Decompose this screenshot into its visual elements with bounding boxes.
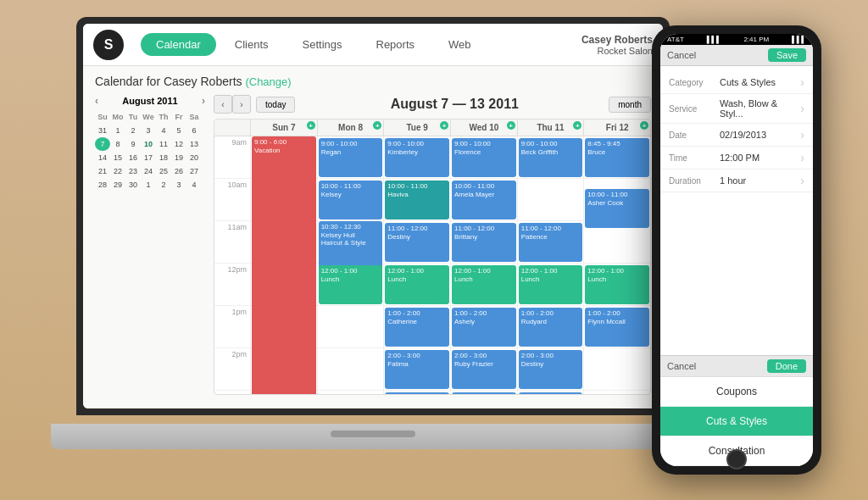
mini-day[interactable]: 16: [125, 151, 141, 164]
event-lunch-wed[interactable]: 12:00 - 1:00Lunch: [452, 265, 516, 304]
event-amela[interactable]: 10:00 - 11:00Amela Mayer: [452, 181, 516, 219]
event-kelsey[interactable]: 10:00 - 11:00Kelsey: [319, 181, 383, 219]
phone-device: AT&T ▌▌▌ 2:41 PM ▌▌▌ Cancel Save Categor…: [652, 25, 821, 475]
cal-prev-btn[interactable]: ‹: [214, 95, 232, 114]
mini-day[interactable]: 3: [141, 124, 156, 137]
mini-day[interactable]: 2: [125, 124, 141, 137]
time-9am: 9am: [214, 136, 250, 179]
phone-form-row-category: Category Cuts & Styles ›: [660, 71, 813, 94]
mini-day[interactable]: 31: [95, 124, 110, 137]
add-event-mon[interactable]: +: [373, 121, 381, 130]
day-col-thu: Thu 11 +: [517, 119, 584, 136]
event-catherine[interactable]: 1:00 - 2:00Catherine: [385, 308, 449, 347]
mini-day[interactable]: 1: [141, 178, 156, 192]
event-fatima[interactable]: 2:00 - 3:00Fatima: [385, 350, 449, 389]
mini-day[interactable]: 29: [110, 178, 125, 192]
phone-done-button[interactable]: Done: [767, 359, 806, 373]
today-button[interactable]: today: [256, 97, 295, 113]
event-destiny-tue[interactable]: 11:00 - 12:00Destiny: [385, 223, 449, 262]
mini-day[interactable]: 24: [141, 164, 156, 178]
mini-day[interactable]: 15: [110, 151, 125, 164]
mini-day[interactable]: 17: [141, 151, 156, 164]
mini-day[interactable]: 6: [186, 124, 202, 137]
phone-list-item-coupons[interactable]: Coupons: [660, 377, 813, 407]
event-ashely[interactable]: 1:00 - 2:00Ashely: [452, 308, 516, 347]
event-haviva[interactable]: 10:00 - 11:00Haviva: [385, 181, 449, 219]
event-brittany[interactable]: 11:00 - 12:00Brittany: [452, 223, 516, 262]
salon-name: Rocket Salon: [581, 46, 653, 56]
add-event-sun[interactable]: +: [307, 121, 315, 130]
add-event-thu[interactable]: +: [573, 121, 581, 130]
mini-cal-grid: SuMoTuWeThFrSa 31123456 78910111213 1415…: [95, 110, 205, 192]
tab-web[interactable]: Web: [433, 33, 487, 56]
mini-day[interactable]: 11: [156, 137, 171, 151]
phone-time: 2:41 PM: [743, 36, 769, 43]
phone-list-item-cuts[interactable]: Cuts & Styles: [660, 407, 813, 436]
tab-settings[interactable]: Settings: [287, 33, 358, 56]
mini-day[interactable]: 19: [171, 151, 186, 164]
event-donna[interactable]: 3:00 - 4:00Donna Bray: [385, 392, 449, 394]
mini-cal-month: August 2011: [122, 96, 177, 106]
mini-cal-next[interactable]: ›: [202, 95, 205, 107]
mini-day[interactable]: 21: [95, 164, 110, 178]
event-lunch-fri[interactable]: 12:00 - 1:00Lunch: [585, 265, 649, 304]
add-event-wed[interactable]: +: [507, 121, 515, 130]
event-bruce[interactable]: 8:45 - 9:45Bruce: [585, 138, 649, 177]
event-florence[interactable]: 9:00 - 10:00Florence: [452, 138, 516, 177]
event-regan[interactable]: 9:00 - 10:00Regan: [319, 138, 383, 177]
mini-day[interactable]: 8: [110, 137, 125, 151]
laptop-screen-border: S Calendar Clients Settings Reports Web …: [76, 17, 670, 415]
mini-day[interactable]: 18: [156, 151, 171, 164]
event-kimberley[interactable]: 9:00 - 10:00Kimberley: [385, 138, 449, 177]
mini-day[interactable]: 30: [125, 178, 141, 192]
mini-day[interactable]: 14: [95, 151, 110, 164]
phone-save-button[interactable]: Save: [768, 48, 806, 62]
mini-day[interactable]: 28: [95, 178, 110, 192]
phone-cancel2-button[interactable]: Cancel: [667, 361, 696, 371]
mini-day-today[interactable]: 7: [95, 137, 110, 151]
event-beck[interactable]: 9:00 - 10:00Beck Griffith: [519, 138, 583, 177]
event-patience[interactable]: 11:00 - 12:00Patience: [519, 223, 583, 262]
add-event-tue[interactable]: +: [440, 121, 448, 130]
phone-cancel-button[interactable]: Cancel: [667, 50, 696, 60]
tab-calendar[interactable]: Calendar: [141, 33, 216, 56]
mini-day[interactable]: 25: [156, 164, 171, 178]
event-flynn[interactable]: 1:00 - 2:00Flynn Mccall: [585, 308, 649, 347]
mini-day[interactable]: 1: [110, 124, 125, 137]
event-destiny-thu[interactable]: 2:00 - 3:00Destiny: [519, 350, 583, 389]
mini-day[interactable]: 9: [125, 137, 141, 151]
event-vacation[interactable]: 9:00 - 6:00Vacation: [252, 136, 316, 394]
change-link[interactable]: (Change): [245, 75, 291, 88]
phone-home-button[interactable]: [726, 449, 747, 469]
tab-reports[interactable]: Reports: [361, 33, 431, 56]
app-header: S Calendar Clients Settings Reports Web …: [83, 24, 663, 66]
event-ruby[interactable]: 2:00 - 3:00Ruby Frazier: [452, 350, 516, 389]
mini-day[interactable]: 3: [171, 178, 186, 192]
mini-day[interactable]: 12: [171, 137, 186, 151]
mini-cal-prev[interactable]: ‹: [95, 95, 98, 107]
mini-day[interactable]: 13: [186, 137, 202, 151]
event-lunch-tue[interactable]: 12:00 - 1:00Lunch: [385, 265, 449, 304]
event-lunch-thu[interactable]: 12:00 - 1:00Lunch: [519, 265, 583, 304]
mini-day[interactable]: 23: [125, 164, 141, 178]
event-hiram[interactable]: 3:00 - 3:30Hiram: [519, 392, 583, 394]
event-rudyard[interactable]: 1:00 - 2:00Rudyard: [519, 308, 583, 347]
mini-day[interactable]: 10: [141, 137, 156, 151]
mini-day[interactable]: 4: [186, 178, 202, 192]
laptop-screen: S Calendar Clients Settings Reports Web …: [83, 24, 663, 408]
cal-next-btn[interactable]: ›: [232, 95, 251, 114]
tab-clients[interactable]: Clients: [220, 33, 284, 56]
event-dianna[interactable]: 3:30 - 4:30Dianna Silva: [452, 392, 516, 394]
add-event-fri[interactable]: +: [640, 121, 648, 130]
mini-day[interactable]: 26: [171, 164, 186, 178]
mini-day[interactable]: 27: [186, 164, 202, 178]
mini-day[interactable]: 2: [156, 178, 171, 192]
mini-day[interactable]: 4: [156, 124, 171, 137]
mini-day[interactable]: 20: [186, 151, 202, 164]
mini-day[interactable]: 22: [110, 164, 125, 178]
event-asher[interactable]: 10:00 - 11:00Asher Cook: [585, 189, 649, 228]
month-button[interactable]: month: [609, 97, 651, 113]
big-cal-header-row: ‹ › today August 7 — 13 2011 month: [214, 95, 651, 114]
event-lunch-mon[interactable]: 12:00 - 1:00Lunch: [319, 265, 383, 304]
mini-day[interactable]: 5: [171, 124, 186, 137]
